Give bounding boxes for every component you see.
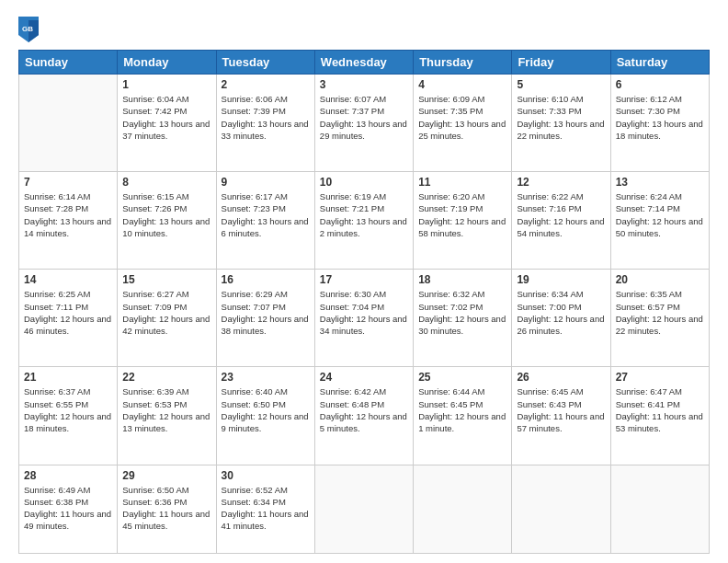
calendar-cell: 18Sunrise: 6:32 AMSunset: 7:02 PMDayligh… xyxy=(414,270,512,367)
day-number: 5 xyxy=(517,78,605,91)
day-info: Sunrise: 6:49 AMSunset: 6:38 PMDaylight:… xyxy=(24,484,112,533)
calendar-table: SundayMondayTuesdayWednesdayThursdayFrid… xyxy=(18,50,710,554)
day-number: 25 xyxy=(418,371,506,384)
logo-icon: GB xyxy=(18,17,39,42)
day-number: 11 xyxy=(418,176,506,189)
day-info: Sunrise: 6:27 AMSunset: 7:09 PMDaylight:… xyxy=(122,288,210,337)
calendar-cell: 13Sunrise: 6:24 AMSunset: 7:14 PMDayligh… xyxy=(610,172,709,270)
page: GB SundayMondayTuesdayWednesdayThursdayF… xyxy=(0,0,728,563)
calendar-cell xyxy=(512,465,610,554)
day-info: Sunrise: 6:24 AMSunset: 7:14 PMDaylight:… xyxy=(616,190,704,239)
calendar-cell: 8Sunrise: 6:15 AMSunset: 7:26 PMDaylight… xyxy=(118,172,216,270)
day-info: Sunrise: 6:44 AMSunset: 6:45 PMDaylight:… xyxy=(418,385,506,434)
day-info: Sunrise: 6:52 AMSunset: 6:34 PMDaylight:… xyxy=(222,484,310,533)
day-info: Sunrise: 6:14 AMSunset: 7:28 PMDaylight:… xyxy=(24,190,112,239)
day-info: Sunrise: 6:45 AMSunset: 6:43 PMDaylight:… xyxy=(517,385,605,434)
weekday-header-row: SundayMondayTuesdayWednesdayThursdayFrid… xyxy=(19,51,710,75)
calendar-cell: 20Sunrise: 6:35 AMSunset: 6:57 PMDayligh… xyxy=(610,270,709,367)
weekday-header-wednesday: Wednesday xyxy=(314,51,413,75)
calendar-cell: 22Sunrise: 6:39 AMSunset: 6:53 PMDayligh… xyxy=(118,367,216,465)
day-info: Sunrise: 6:32 AMSunset: 7:02 PMDaylight:… xyxy=(418,288,506,337)
day-number: 20 xyxy=(616,273,704,286)
calendar-cell: 2Sunrise: 6:06 AMSunset: 7:39 PMDaylight… xyxy=(216,75,314,172)
week-row-5: 28Sunrise: 6:49 AMSunset: 6:38 PMDayligh… xyxy=(19,465,710,554)
day-number: 13 xyxy=(616,176,704,189)
calendar-cell: 21Sunrise: 6:37 AMSunset: 6:55 PMDayligh… xyxy=(19,367,118,465)
day-info: Sunrise: 6:07 AMSunset: 7:37 PMDaylight:… xyxy=(320,93,408,142)
calendar-cell xyxy=(314,465,413,554)
day-info: Sunrise: 6:20 AMSunset: 7:19 PMDaylight:… xyxy=(418,190,506,239)
calendar-cell: 23Sunrise: 6:40 AMSunset: 6:50 PMDayligh… xyxy=(216,367,314,465)
day-number: 16 xyxy=(222,273,310,286)
calendar-cell: 10Sunrise: 6:19 AMSunset: 7:21 PMDayligh… xyxy=(314,172,413,270)
day-number: 23 xyxy=(222,371,310,384)
svg-text:GB: GB xyxy=(22,25,33,33)
day-info: Sunrise: 6:37 AMSunset: 6:55 PMDaylight:… xyxy=(24,385,112,434)
day-number: 14 xyxy=(24,273,112,286)
day-number: 18 xyxy=(418,273,506,286)
calendar-cell: 3Sunrise: 6:07 AMSunset: 7:37 PMDaylight… xyxy=(314,75,413,172)
header: GB xyxy=(18,17,710,42)
weekday-header-tuesday: Tuesday xyxy=(216,51,314,75)
calendar-cell xyxy=(414,465,512,554)
day-info: Sunrise: 6:19 AMSunset: 7:21 PMDaylight:… xyxy=(320,190,408,239)
weekday-header-thursday: Thursday xyxy=(414,51,512,75)
day-number: 12 xyxy=(517,176,605,189)
day-info: Sunrise: 6:39 AMSunset: 6:53 PMDaylight:… xyxy=(122,385,210,434)
day-info: Sunrise: 6:17 AMSunset: 7:23 PMDaylight:… xyxy=(222,190,310,239)
day-number: 21 xyxy=(24,371,112,384)
day-info: Sunrise: 6:40 AMSunset: 6:50 PMDaylight:… xyxy=(222,385,310,434)
day-number: 26 xyxy=(517,371,605,384)
weekday-header-friday: Friday xyxy=(512,51,610,75)
week-row-1: 1Sunrise: 6:04 AMSunset: 7:42 PMDaylight… xyxy=(19,75,710,172)
calendar-cell: 11Sunrise: 6:20 AMSunset: 7:19 PMDayligh… xyxy=(414,172,512,270)
day-info: Sunrise: 6:12 AMSunset: 7:30 PMDaylight:… xyxy=(616,93,704,142)
day-number: 3 xyxy=(320,78,408,91)
calendar-cell: 29Sunrise: 6:50 AMSunset: 6:36 PMDayligh… xyxy=(118,465,216,554)
calendar-cell: 7Sunrise: 6:14 AMSunset: 7:28 PMDaylight… xyxy=(19,172,118,270)
day-number: 30 xyxy=(222,469,310,482)
day-number: 4 xyxy=(418,78,506,91)
day-info: Sunrise: 6:42 AMSunset: 6:48 PMDaylight:… xyxy=(320,385,408,434)
day-number: 19 xyxy=(517,273,605,286)
day-info: Sunrise: 6:10 AMSunset: 7:33 PMDaylight:… xyxy=(517,93,605,142)
day-info: Sunrise: 6:35 AMSunset: 6:57 PMDaylight:… xyxy=(616,288,704,337)
calendar-cell: 19Sunrise: 6:34 AMSunset: 7:00 PMDayligh… xyxy=(512,270,610,367)
day-info: Sunrise: 6:06 AMSunset: 7:39 PMDaylight:… xyxy=(222,93,310,142)
calendar-cell: 24Sunrise: 6:42 AMSunset: 6:48 PMDayligh… xyxy=(314,367,413,465)
calendar-cell: 12Sunrise: 6:22 AMSunset: 7:16 PMDayligh… xyxy=(512,172,610,270)
day-info: Sunrise: 6:22 AMSunset: 7:16 PMDaylight:… xyxy=(517,190,605,239)
day-info: Sunrise: 6:47 AMSunset: 6:41 PMDaylight:… xyxy=(616,385,704,434)
calendar-cell: 30Sunrise: 6:52 AMSunset: 6:34 PMDayligh… xyxy=(216,465,314,554)
logo: GB xyxy=(18,17,42,42)
day-number: 9 xyxy=(222,176,310,189)
day-number: 29 xyxy=(122,469,210,482)
day-number: 24 xyxy=(320,371,408,384)
day-number: 8 xyxy=(122,176,210,189)
week-row-2: 7Sunrise: 6:14 AMSunset: 7:28 PMDaylight… xyxy=(19,172,710,270)
calendar-cell xyxy=(610,465,709,554)
calendar-cell xyxy=(19,75,118,172)
day-number: 17 xyxy=(320,273,408,286)
calendar-cell: 9Sunrise: 6:17 AMSunset: 7:23 PMDaylight… xyxy=(216,172,314,270)
day-number: 27 xyxy=(616,371,704,384)
day-number: 28 xyxy=(24,469,112,482)
calendar-cell: 26Sunrise: 6:45 AMSunset: 6:43 PMDayligh… xyxy=(512,367,610,465)
week-row-3: 14Sunrise: 6:25 AMSunset: 7:11 PMDayligh… xyxy=(19,270,710,367)
weekday-header-monday: Monday xyxy=(118,51,216,75)
week-row-4: 21Sunrise: 6:37 AMSunset: 6:55 PMDayligh… xyxy=(19,367,710,465)
day-number: 7 xyxy=(24,176,112,189)
day-info: Sunrise: 6:50 AMSunset: 6:36 PMDaylight:… xyxy=(122,484,210,533)
weekday-header-sunday: Sunday xyxy=(19,51,118,75)
day-info: Sunrise: 6:09 AMSunset: 7:35 PMDaylight:… xyxy=(418,93,506,142)
calendar-cell: 1Sunrise: 6:04 AMSunset: 7:42 PMDaylight… xyxy=(118,75,216,172)
calendar-cell: 25Sunrise: 6:44 AMSunset: 6:45 PMDayligh… xyxy=(414,367,512,465)
day-number: 10 xyxy=(320,176,408,189)
day-info: Sunrise: 6:30 AMSunset: 7:04 PMDaylight:… xyxy=(320,288,408,337)
day-info: Sunrise: 6:04 AMSunset: 7:42 PMDaylight:… xyxy=(122,93,210,142)
day-number: 1 xyxy=(122,78,210,91)
calendar-cell: 27Sunrise: 6:47 AMSunset: 6:41 PMDayligh… xyxy=(610,367,709,465)
day-number: 22 xyxy=(122,371,210,384)
calendar-cell: 15Sunrise: 6:27 AMSunset: 7:09 PMDayligh… xyxy=(118,270,216,367)
day-info: Sunrise: 6:34 AMSunset: 7:00 PMDaylight:… xyxy=(517,288,605,337)
